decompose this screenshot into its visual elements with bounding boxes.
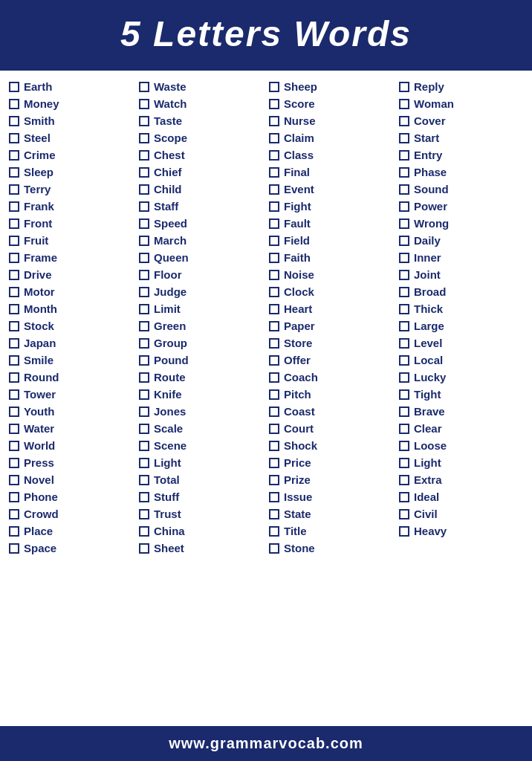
word-checkbox[interactable]: [269, 407, 279, 417]
word-checkbox[interactable]: [9, 236, 19, 246]
word-item[interactable]: Frank: [9, 198, 133, 215]
word-checkbox[interactable]: [9, 184, 19, 195]
word-checkbox[interactable]: [139, 116, 149, 126]
word-item[interactable]: Wrong: [399, 215, 523, 232]
word-checkbox[interactable]: [9, 133, 19, 143]
word-checkbox[interactable]: [269, 287, 279, 297]
word-item[interactable]: Sound: [399, 181, 523, 198]
word-checkbox[interactable]: [139, 218, 149, 229]
word-checkbox[interactable]: [399, 218, 409, 229]
word-checkbox[interactable]: [269, 304, 279, 314]
word-checkbox[interactable]: [269, 321, 279, 331]
word-checkbox[interactable]: [399, 150, 409, 161]
word-checkbox[interactable]: [9, 441, 19, 451]
word-item[interactable]: China: [139, 522, 263, 540]
word-checkbox[interactable]: [9, 492, 19, 502]
word-checkbox[interactable]: [9, 389, 19, 400]
word-item[interactable]: Money: [9, 95, 133, 112]
word-item[interactable]: Child: [139, 181, 263, 198]
word-item[interactable]: Scene: [139, 437, 263, 454]
word-item[interactable]: Watch: [139, 95, 263, 112]
word-item[interactable]: Noise: [269, 266, 393, 283]
word-item[interactable]: Start: [399, 129, 523, 146]
word-checkbox[interactable]: [9, 287, 19, 297]
word-item[interactable]: Pitch: [269, 386, 393, 403]
word-item[interactable]: Tower: [9, 386, 133, 403]
word-checkbox[interactable]: [139, 253, 149, 263]
word-item[interactable]: Level: [399, 334, 523, 352]
word-item[interactable]: Chest: [139, 146, 263, 163]
word-item[interactable]: Sheep: [269, 78, 393, 95]
word-checkbox[interactable]: [9, 407, 19, 417]
word-checkbox[interactable]: [9, 99, 19, 109]
word-item[interactable]: Crowd: [9, 505, 133, 522]
word-item[interactable]: Stock: [9, 317, 133, 334]
word-item[interactable]: Phase: [399, 163, 523, 181]
word-checkbox[interactable]: [399, 407, 409, 417]
word-checkbox[interactable]: [399, 236, 409, 246]
word-item[interactable]: Brave: [399, 403, 523, 420]
word-checkbox[interactable]: [269, 492, 279, 502]
word-item[interactable]: Light: [139, 454, 263, 471]
word-item[interactable]: Fight: [269, 198, 393, 215]
word-item[interactable]: Thick: [399, 300, 523, 317]
word-item[interactable]: Crime: [9, 146, 133, 163]
word-checkbox[interactable]: [399, 338, 409, 349]
word-item[interactable]: World: [9, 437, 133, 454]
word-item[interactable]: Fruit: [9, 232, 133, 249]
word-item[interactable]: March: [139, 232, 263, 249]
word-item[interactable]: Paper: [269, 317, 393, 334]
word-checkbox[interactable]: [9, 458, 19, 468]
word-checkbox[interactable]: [269, 167, 279, 178]
word-item[interactable]: Clear: [399, 420, 523, 437]
word-item[interactable]: Queen: [139, 249, 263, 266]
word-checkbox[interactable]: [139, 167, 149, 178]
word-item[interactable]: Heart: [269, 300, 393, 317]
word-checkbox[interactable]: [9, 116, 19, 126]
word-checkbox[interactable]: [139, 492, 149, 502]
word-item[interactable]: Clock: [269, 283, 393, 300]
word-checkbox[interactable]: [269, 116, 279, 126]
word-checkbox[interactable]: [399, 99, 409, 109]
word-checkbox[interactable]: [269, 543, 279, 554]
word-item[interactable]: Offer: [269, 352, 393, 369]
word-item[interactable]: Ideal: [399, 488, 523, 505]
word-item[interactable]: Drive: [9, 266, 133, 283]
word-checkbox[interactable]: [269, 218, 279, 229]
word-item[interactable]: Inner: [399, 249, 523, 266]
word-checkbox[interactable]: [139, 287, 149, 297]
word-item[interactable]: Entry: [399, 146, 523, 163]
word-checkbox[interactable]: [139, 201, 149, 212]
word-item[interactable]: Group: [139, 334, 263, 352]
word-checkbox[interactable]: [269, 526, 279, 537]
word-checkbox[interactable]: [269, 338, 279, 349]
word-checkbox[interactable]: [399, 253, 409, 263]
word-item[interactable]: Light: [399, 454, 523, 471]
word-checkbox[interactable]: [139, 133, 149, 143]
word-checkbox[interactable]: [269, 475, 279, 485]
word-item[interactable]: Route: [139, 369, 263, 386]
word-item[interactable]: Court: [269, 420, 393, 437]
word-checkbox[interactable]: [139, 389, 149, 400]
word-checkbox[interactable]: [139, 270, 149, 280]
word-item[interactable]: Field: [269, 232, 393, 249]
word-checkbox[interactable]: [9, 201, 19, 212]
word-checkbox[interactable]: [269, 150, 279, 161]
word-checkbox[interactable]: [9, 321, 19, 331]
word-item[interactable]: Price: [269, 454, 393, 471]
word-checkbox[interactable]: [9, 167, 19, 178]
word-checkbox[interactable]: [399, 167, 409, 178]
word-checkbox[interactable]: [139, 99, 149, 109]
word-checkbox[interactable]: [269, 270, 279, 280]
word-checkbox[interactable]: [139, 338, 149, 349]
word-item[interactable]: Smith: [9, 112, 133, 129]
word-checkbox[interactable]: [9, 150, 19, 161]
word-item[interactable]: Extra: [399, 471, 523, 488]
word-checkbox[interactable]: [139, 355, 149, 366]
word-checkbox[interactable]: [399, 287, 409, 297]
word-checkbox[interactable]: [139, 321, 149, 331]
word-checkbox[interactable]: [269, 133, 279, 143]
word-item[interactable]: Chief: [139, 163, 263, 181]
word-checkbox[interactable]: [9, 475, 19, 485]
word-checkbox[interactable]: [269, 355, 279, 366]
